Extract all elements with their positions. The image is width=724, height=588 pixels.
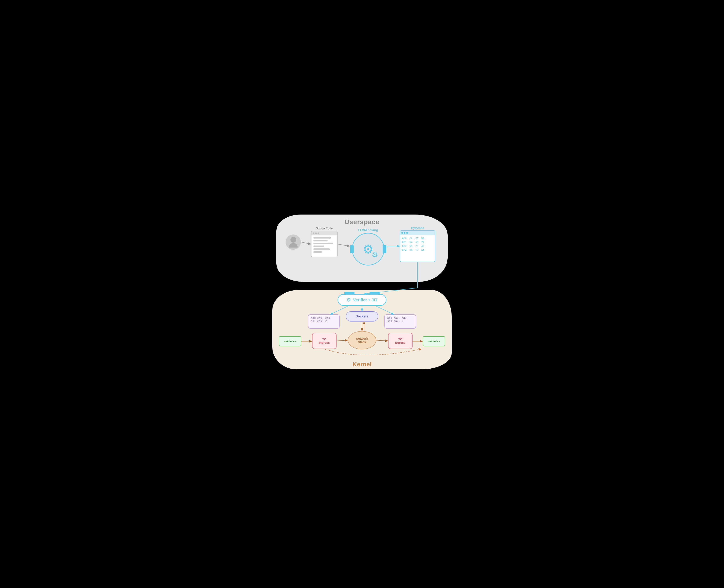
netdevice-left: netdevice <box>279 336 301 346</box>
userspace-label: Userspace <box>345 218 379 226</box>
source-code-label: Source Code <box>311 227 337 230</box>
asm-right-line-1: add eax, edx <box>387 316 413 319</box>
llvm-gear-box: ⚙ ⚙ <box>352 233 385 266</box>
sockets-label: Sockets <box>356 315 368 318</box>
tc-egress: TC Egress <box>388 333 413 349</box>
llvm-label: LLVM / clang <box>350 228 387 232</box>
verifier-container: ⚙ Verifier + JIT <box>337 294 387 306</box>
gear-small-icon: ⚙ <box>372 251 378 259</box>
tc-ingress: TC Ingress <box>312 333 336 349</box>
llvm-container: LLVM / clang ⚙ ⚙ <box>350 228 387 266</box>
verifier-pipe-left <box>344 292 354 295</box>
bytecode-line-1: 000 CA FE BA <box>402 236 433 240</box>
verifier-gear-icon: ⚙ <box>347 297 351 303</box>
user-icon <box>286 234 301 250</box>
sockets-box: Sockets <box>346 311 378 321</box>
verifier-pipe-right <box>370 292 380 295</box>
tc-ingress-label-1: TC <box>322 337 326 341</box>
bytecode-line-3: 002 61 2F 4C <box>402 244 433 248</box>
netdevice-left-label: netdevice <box>284 340 296 343</box>
bytecode-box: 000 CA FE BA 001 54 65 72 002 61 2F 4C 0… <box>400 230 435 262</box>
netdevice-right: netdevice <box>423 336 445 346</box>
diagram-container: Userspace Kernel Source Code LLVM / clan… <box>270 214 454 374</box>
tc-ingress-label-2: Ingress <box>319 341 330 344</box>
asm-box-right: add eax, edx sh1 eax, 2 <box>385 314 416 329</box>
bytecode-lines: 000 CA FE BA 001 54 65 72 002 61 2F 4C 0… <box>400 235 435 254</box>
tc-egress-label-1: TC <box>398 337 402 341</box>
bytecode-line-4: 004 3B 17 6A <box>402 248 433 252</box>
bytecode-label: Bytecode <box>400 226 435 230</box>
asm-right-line-2: sh1 eax, 2 <box>387 319 413 322</box>
network-stack-label-1: Network <box>356 337 368 340</box>
network-stack: Network Stack <box>348 331 376 350</box>
bytecode-line-2: 001 54 65 72 <box>402 240 433 244</box>
asm-box-left: add eax, edx sh1 eax, 2 <box>308 314 339 329</box>
tc-egress-label-2: Egress <box>395 341 406 344</box>
asm-left-line-2: sh1 eax, 2 <box>311 319 337 322</box>
source-code-box <box>311 231 337 257</box>
verifier-label: Verifier + JIT <box>353 298 377 302</box>
asm-left-line-1: add eax, edx <box>311 316 337 319</box>
kernel-label: Kernel <box>352 361 371 368</box>
network-stack-label-2: Stack <box>358 340 366 344</box>
netdevice-right-label: netdevice <box>428 340 440 343</box>
verifier-box: ⚙ Verifier + JIT <box>337 294 387 306</box>
